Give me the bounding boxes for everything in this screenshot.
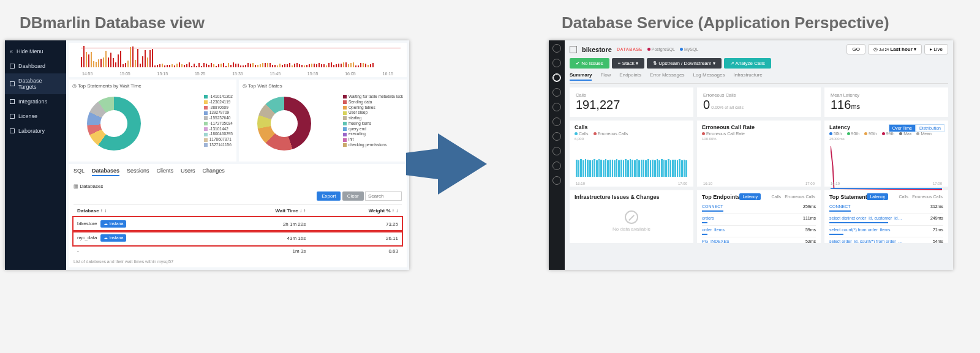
tab-sql[interactable]: SQL bbox=[74, 168, 85, 176]
subtab-flow[interactable]: Flow bbox=[600, 72, 611, 81]
table-row[interactable]: bikestore☁ Instana2h 1m 22s73.25 bbox=[74, 217, 402, 231]
hide-menu-label: Hide Menu bbox=[17, 48, 43, 54]
database-badge: DATABASE bbox=[617, 47, 643, 51]
bottom-panel-0: Infrastructure Issues & ChangesNo data a… bbox=[570, 190, 693, 243]
section-title: ▥ Databases bbox=[74, 184, 402, 189]
latency-pill[interactable]: Latency bbox=[867, 193, 888, 200]
col-wait[interactable]: Wait Time ↓ ↑ bbox=[215, 205, 309, 217]
rail-search-icon[interactable] bbox=[552, 132, 561, 141]
databases-section: ▥ Databases Export Clear Database ↑ ↓ Wa… bbox=[69, 180, 407, 267]
left-content: document.addEventListener('DOMContentLoa… bbox=[66, 40, 409, 270]
waitstates-legend: Waiting for table metadata lockSending d… bbox=[343, 94, 403, 148]
col-database[interactable]: Database ↑ ↓ bbox=[74, 205, 215, 217]
dashboard-icon bbox=[10, 64, 15, 69]
rail-infra-icon[interactable] bbox=[552, 88, 561, 97]
errors-pill[interactable]: Erroneous Calls bbox=[909, 193, 946, 200]
waitstates-donut-icon bbox=[257, 97, 311, 150]
plug-icon bbox=[10, 99, 15, 104]
latency-legend: 50th 90th 95th 99th Max Mean bbox=[829, 132, 943, 136]
side-integrations[interactable]: Integrations bbox=[5, 94, 66, 109]
rank-row[interactable]: CONNECT312ms bbox=[829, 203, 943, 214]
side-license[interactable]: License bbox=[5, 109, 66, 124]
issues-button[interactable]: ✔ No Issues bbox=[570, 58, 609, 69]
tab-changes[interactable]: Changes bbox=[203, 168, 225, 176]
subtab-error-messages[interactable]: Error Messages bbox=[650, 72, 684, 81]
wait-sparkline: document.addEventListener('DOMContentLoa… bbox=[69, 43, 407, 77]
side-db-targets[interactable]: Database Targets bbox=[5, 73, 66, 94]
side-hide-menu[interactable]: « Hide Menu bbox=[5, 44, 66, 59]
analyze-button[interactable]: ↗ Analyze Calls bbox=[724, 58, 771, 69]
stack-button[interactable]: ≡ Stack ▾ bbox=[612, 58, 644, 69]
errors-pill[interactable]: Erroneous Calls bbox=[782, 193, 818, 200]
rail-home-icon[interactable] bbox=[552, 44, 561, 53]
top-wait-states-card: ◷ Top Wait States Waiting for table meta… bbox=[239, 80, 407, 162]
clear-button[interactable]: Clear bbox=[342, 191, 364, 201]
arrow-icon bbox=[438, 133, 487, 195]
rank-row[interactable]: select distinct order_id, customer_id fr… bbox=[829, 214, 943, 226]
nav-label: License bbox=[18, 113, 37, 119]
rail-more-icon[interactable] bbox=[552, 176, 561, 185]
timerange-button[interactable]: ◷ Jul 24 Last hour ▾ bbox=[868, 44, 922, 54]
instana-button[interactable]: ☁ Instana bbox=[100, 234, 126, 242]
latency-chart: Latency Over Time Distribution 50th 90th… bbox=[824, 121, 948, 187]
panel-title: Infrastructure Issues & Changes bbox=[575, 194, 688, 200]
kpi-label: Calls bbox=[576, 92, 687, 98]
rail-sites-icon[interactable] bbox=[552, 59, 561, 67]
flask-icon bbox=[10, 128, 15, 133]
top-statements-card: ◷ Top Statements by Wait Time -141014120… bbox=[69, 80, 236, 162]
seg-overtime[interactable]: Over Time bbox=[889, 124, 916, 132]
seg-distribution[interactable]: Distribution bbox=[916, 124, 944, 132]
subtab-summary[interactable]: Summary bbox=[570, 72, 592, 81]
kpi-calls: Calls 191,227 bbox=[570, 87, 693, 117]
rank-row[interactable]: orders111ms bbox=[702, 214, 816, 226]
table-row[interactable]: nyc_data☁ Instana43m 16s26.11 bbox=[74, 231, 402, 245]
y-label: 25000ms bbox=[829, 137, 943, 141]
bottom-panel-2: Top StatementsLatency Calls Erroneous Ca… bbox=[824, 190, 948, 243]
latency-pill[interactable]: Latency bbox=[739, 193, 761, 200]
subtab-endpoints[interactable]: Endpoints bbox=[619, 72, 641, 81]
subtab-log-messages[interactable]: Log Messages bbox=[693, 72, 725, 81]
statements-legend: -1410141202-123024119-28870609139278709-… bbox=[204, 94, 233, 148]
rail-events-icon[interactable] bbox=[552, 117, 561, 126]
rank-row[interactable]: order_items59ms bbox=[702, 226, 816, 237]
tab-clients[interactable]: Clients bbox=[157, 168, 174, 176]
database-icon bbox=[10, 81, 15, 86]
go-button[interactable]: GO bbox=[846, 44, 865, 54]
cube-icon bbox=[570, 46, 577, 53]
table-row[interactable]: -1m 3s0.63 bbox=[74, 245, 402, 258]
rank-row[interactable]: PG_INDEXES52ms bbox=[702, 237, 816, 243]
tab-sessions[interactable]: Sessions bbox=[127, 168, 149, 176]
dbmarlin-panel: « Hide Menu Dashboard Database Targets I… bbox=[5, 40, 409, 270]
rail-analyze-icon[interactable] bbox=[552, 103, 561, 111]
nav-label: Database Targets bbox=[18, 78, 61, 90]
rank-row[interactable]: CONNECT259ms bbox=[702, 203, 816, 214]
side-dashboard[interactable]: Dashboard bbox=[5, 59, 66, 73]
tabs-row: SQLDatabasesSessionsClientsUsersChanges bbox=[69, 164, 407, 180]
tag-postgres: PostgreSQL bbox=[647, 47, 675, 51]
instana-button[interactable]: ☁ Instana bbox=[100, 220, 126, 228]
search-input[interactable] bbox=[365, 191, 402, 201]
databases-table: Database ↑ ↓ Wait Time ↓ ↑ Weight % ↑ ↓ … bbox=[74, 204, 402, 257]
license-icon bbox=[10, 114, 15, 119]
export-button[interactable]: Export bbox=[317, 191, 341, 201]
updown-button[interactable]: ⇅ Upstream / Downstream ▾ bbox=[647, 58, 722, 69]
rail-settings-icon[interactable] bbox=[552, 162, 561, 170]
y-label: 6,000 bbox=[575, 137, 688, 141]
live-button[interactable]: ▸ Live bbox=[924, 44, 948, 54]
tab-users[interactable]: Users bbox=[181, 168, 195, 176]
segment-toggle[interactable]: Over Time Distribution bbox=[889, 124, 944, 132]
kpi-unit: ms bbox=[851, 103, 860, 110]
subtab-infrastructure[interactable]: Infrastructure bbox=[733, 72, 762, 81]
chart-legend: Calls Erroneous Calls bbox=[575, 132, 688, 136]
instana-panel: bikestore DATABASE PostgreSQL MySQL GO ◷… bbox=[549, 40, 953, 270]
nav-label: Laboratory bbox=[18, 128, 45, 134]
kpi-errors: Erroneous Calls 0 0.00% of all calls bbox=[697, 87, 821, 117]
side-nav: « Hide Menu Dashboard Database Targets I… bbox=[5, 40, 66, 270]
side-laboratory[interactable]: Laboratory bbox=[5, 124, 66, 138]
rank-row[interactable]: select order_id, count(*) from order_ite… bbox=[829, 237, 943, 243]
rank-row[interactable]: select count(*) from order_items71ms bbox=[829, 226, 943, 237]
rail-alert-icon[interactable] bbox=[552, 147, 561, 155]
col-weight[interactable]: Weight % ↑ ↓ bbox=[309, 205, 402, 217]
rail-apps-icon[interactable] bbox=[552, 73, 561, 82]
tab-databases[interactable]: Databases bbox=[92, 168, 119, 176]
